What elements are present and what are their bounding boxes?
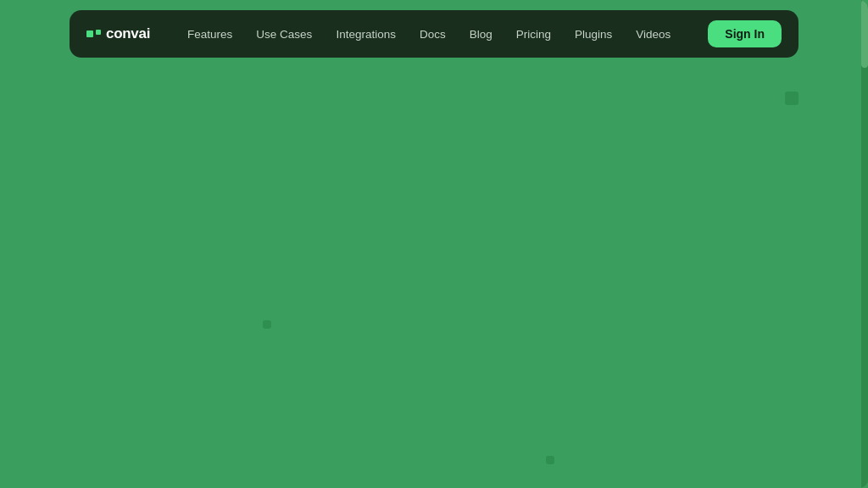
navbar: convai Features Use Cases Integrations D… xyxy=(70,10,798,58)
navbar-cta: Sign In xyxy=(708,20,782,47)
logo-text: convai xyxy=(106,25,150,42)
sign-in-button[interactable]: Sign In xyxy=(708,20,782,47)
decorative-square-2 xyxy=(263,320,271,329)
nav-item-use-cases[interactable]: Use Cases xyxy=(246,23,322,46)
logo-container[interactable]: convai xyxy=(86,25,150,42)
decorative-square-1 xyxy=(785,92,798,105)
logo-square-small xyxy=(96,30,101,35)
scrollbar-thumb[interactable] xyxy=(861,0,868,68)
decorative-square-3 xyxy=(546,456,554,464)
nav-item-videos[interactable]: Videos xyxy=(626,23,681,46)
logo-icon xyxy=(86,30,101,37)
nav-item-pricing[interactable]: Pricing xyxy=(506,23,561,46)
nav-item-docs[interactable]: Docs xyxy=(409,23,456,46)
nav-item-plugins[interactable]: Plugins xyxy=(565,23,622,46)
scrollbar[interactable] xyxy=(861,0,868,488)
nav-links: Features Use Cases Integrations Docs Blo… xyxy=(177,23,681,46)
nav-item-blog[interactable]: Blog xyxy=(459,23,503,46)
logo-square-big xyxy=(86,30,93,37)
nav-item-integrations[interactable]: Integrations xyxy=(326,23,406,46)
page-wrapper: convai Features Use Cases Integrations D… xyxy=(0,0,868,488)
nav-item-features[interactable]: Features xyxy=(177,23,242,46)
